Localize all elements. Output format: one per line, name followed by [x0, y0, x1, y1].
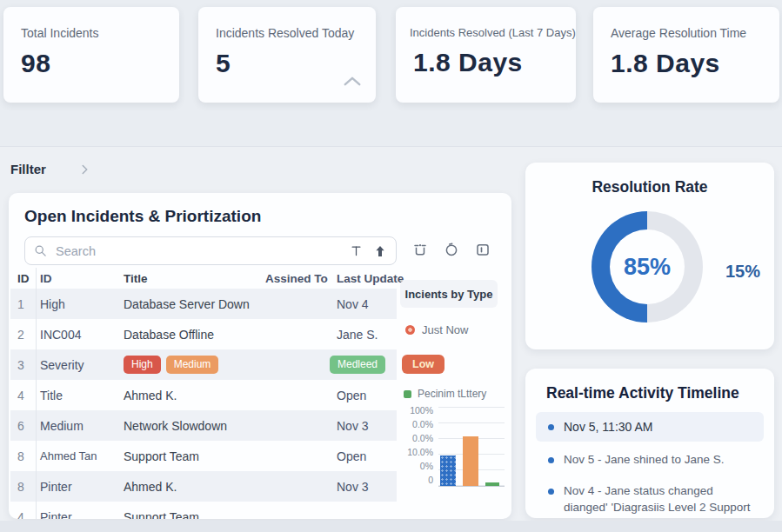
card-view-icon[interactable]	[475, 242, 491, 257]
trash-icon[interactable]	[412, 242, 428, 257]
blue-dot-icon	[548, 457, 554, 463]
header-id: ID	[37, 272, 124, 285]
timeline-list: Nov 5, 11:30 AM Nov 5 - Jane shined to J…	[536, 412, 764, 518]
cell-id: INC004	[37, 328, 124, 342]
cell-title: Database Offline	[124, 328, 265, 342]
stat-value: 98	[21, 49, 179, 78]
timeline-title: Real-time Activity Timeline	[546, 384, 739, 402]
timeline-entry[interactable]: Nov 5, 11:30 AM	[536, 412, 764, 442]
search-input[interactable]	[54, 243, 339, 259]
sort-up-icon[interactable]	[373, 244, 387, 258]
legend-label: Just Now	[422, 323, 468, 336]
cell-title: High Medium	[124, 356, 265, 373]
stat-label: Incidents Resolved Today	[216, 26, 376, 40]
text-filter-icon[interactable]	[350, 244, 363, 257]
cell-updated: Nov 4	[337, 297, 397, 311]
y-tick: 10.0%	[407, 447, 433, 457]
donut-hole: 85%	[610, 229, 685, 304]
cell-updated: Medleed	[337, 356, 397, 373]
donut-chart: 85%	[592, 211, 703, 323]
cell-id: Pinter	[37, 480, 124, 494]
cell-title: Sunnort Team	[124, 510, 265, 520]
chart-plot-area	[438, 407, 505, 487]
table-row[interactable]: 3 Severity High Medium Medleed	[10, 349, 397, 380]
cell-title: Ahmed K.	[124, 480, 265, 494]
stat-label: Incidents Resolved (Last 7 Days)	[410, 26, 576, 39]
stat-label: Total Incidents	[21, 26, 179, 40]
stat-value: 1.8 Days	[413, 48, 576, 77]
header-title: Title	[124, 272, 265, 285]
panel-title: Open Incidents & Priortization	[24, 207, 261, 226]
cell-updated: Open	[337, 389, 397, 402]
header-num: ID	[10, 268, 37, 289]
y-tick: 0%	[420, 461, 433, 471]
stat-value: 5	[216, 49, 376, 78]
cell-title: Support Team	[124, 449, 265, 463]
timeline-entry[interactable]: Nov 4 - Jane status changed dianged' 'Di…	[536, 476, 764, 518]
blue-dot-icon	[548, 424, 554, 430]
timeline-entry-text: Nov 5 - Jane shined to Jane S.	[564, 452, 725, 469]
chevron-right-icon[interactable]	[81, 163, 89, 176]
legend-label: Pecinim tLttery	[418, 388, 486, 400]
header-updated: Last Update	[337, 272, 397, 285]
table-row[interactable]: 4 Pinter Sunnort Team	[10, 502, 397, 519]
cell-num: 2	[10, 319, 37, 349]
search-icon	[34, 244, 47, 257]
table-row[interactable]: 4 Title Ahmed K. Open	[10, 380, 397, 410]
cell-updated: Open	[337, 449, 397, 463]
cell-updated: Nov 3	[337, 419, 397, 433]
legend-just-now: Just Now	[405, 323, 468, 336]
bar-green	[485, 482, 499, 486]
chart-y-axis: 100% 0.0% 0.0% 10.0% 0% 0	[398, 405, 433, 485]
status-badge: Medleed	[330, 356, 385, 373]
resolution-rate-card: Resolution Rate 85% 15%	[525, 163, 774, 349]
cell-num: 3	[10, 349, 37, 380]
blue-dot-icon	[548, 489, 554, 495]
y-tick: 100%	[410, 405, 433, 416]
cell-id: High	[37, 297, 124, 311]
bar-orange	[463, 436, 478, 486]
cell-num: 8	[10, 441, 37, 471]
table-row[interactable]: 8 Pinter Ahmed K. Nov 3	[10, 471, 397, 502]
stat-value: 1.8 Days	[611, 49, 779, 78]
cell-id: Pinter	[37, 510, 124, 520]
cell-id: Medium	[37, 419, 124, 433]
table-row[interactable]: 2 INC004 Database Offline Jane S.	[10, 319, 397, 349]
donut-center-label: 85%	[624, 254, 671, 281]
cell-num: 8	[10, 471, 37, 502]
cell-id: Title	[37, 389, 124, 402]
cell-updated: Nov 3	[337, 480, 397, 494]
cell-title: Network Slowdown	[124, 419, 265, 433]
stat-card-total-incidents: Total Incidents 98	[3, 7, 179, 103]
cell-num: 6	[10, 410, 37, 441]
stat-label: Average Resolution Time	[611, 26, 779, 40]
cell-num: 1	[10, 289, 37, 319]
activity-timeline-card: Real-time Activity Timeline Nov 5, 11:30…	[525, 369, 774, 518]
legend-green: Pecinim tLttery	[404, 388, 486, 400]
filter-toggle[interactable]: Fillter	[10, 162, 89, 176]
y-tick: 0	[428, 475, 433, 485]
timer-icon[interactable]	[444, 242, 459, 257]
table-row[interactable]: 8 Ahmed Tan Support Team Open	[10, 441, 397, 471]
dashboard-page: Total Incidents 98 Incidents Resolved To…	[0, 0, 782, 532]
timeline-entry-text: Nov 5, 11:30 AM	[564, 419, 652, 436]
timeline-entry[interactable]: Nov 5 - Jane shined to Jane S.	[536, 445, 764, 474]
table-row[interactable]: 6 Medium Network Slowdown Nov 3	[10, 410, 397, 441]
cell-id: Ahmed Tan	[37, 449, 124, 462]
severity-badge-medium: Medium	[166, 356, 219, 373]
cell-updated: Jane S.	[337, 328, 397, 342]
y-tick: 0.0%	[412, 433, 433, 443]
cell-title: Ahmed K.	[124, 389, 265, 402]
stat-card-avg-resolution: Average Resolution Time 1.8 Days	[593, 7, 779, 103]
severity-badge-high: High	[124, 356, 161, 373]
footer-strip	[0, 521, 782, 532]
stat-card-resolved-7days: Incidents Resolved (Last 7 Days) 1.8 Day…	[396, 7, 576, 103]
stat-card-resolved-today: Incidents Resolved Today 5	[198, 7, 376, 103]
table-row[interactable]: 1 High Database Server Down Nov 4	[10, 289, 397, 319]
cell-title: Database Server Down	[124, 297, 265, 311]
donut-remainder-label: 15%	[725, 262, 760, 282]
filter-label: Fillter	[10, 162, 46, 176]
incidents-by-type-chart: 100% 0.0% 0.0% 10.0% 0% 0	[398, 405, 506, 492]
green-square-icon	[404, 390, 411, 398]
bar-blue	[440, 456, 456, 486]
